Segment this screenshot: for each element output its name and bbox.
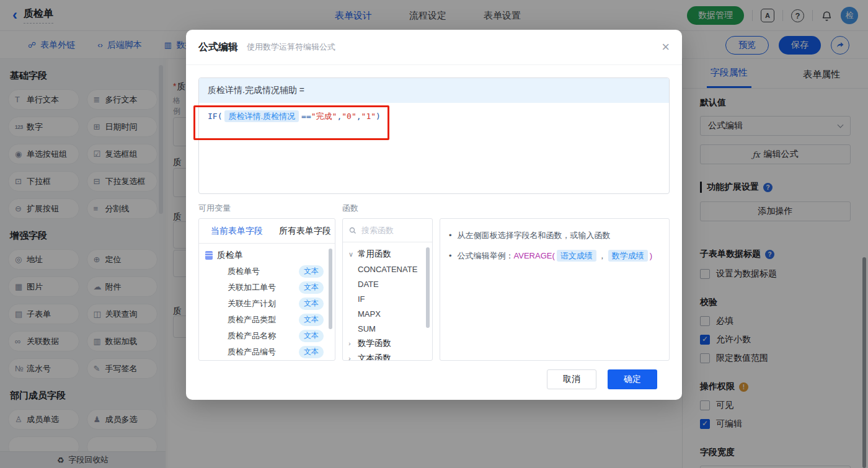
variables-label: 可用变量	[198, 203, 342, 214]
functions-panel: 搜索函数 ∨ 常用函数 CONCATENATE DATE IF MAPX SUM	[342, 218, 433, 361]
modal-subtitle: 使用数学运算符编辑公式	[247, 42, 335, 53]
chevron-down-icon: ∨	[348, 250, 354, 258]
formula-string: "完成"	[311, 112, 337, 121]
close-icon[interactable]: ×	[662, 40, 670, 54]
variable-row[interactable]: 质检产品编号文本	[199, 344, 335, 360]
type-badge: 文本	[299, 265, 324, 278]
variable-row[interactable]: 质检产品名称文本	[199, 328, 335, 344]
formula-target-expression: 质检详情.完成情况辅助 =	[199, 78, 669, 103]
example-field-chip: 数学成绩	[608, 250, 648, 262]
tab-all-form-fields[interactable]: 所有表单字段	[279, 226, 331, 237]
formula-operator: ==	[301, 112, 311, 121]
formula-editor: 质检详情.完成情况辅助 = IF(质检详情.质检情况=="完成","0","1"…	[198, 77, 670, 194]
cancel-button[interactable]: 取消	[547, 369, 596, 389]
search-placeholder: 搜索函数	[361, 225, 394, 236]
app-window: ‹ 质检单 表单设计 流程设定 表单设置 数据管理 A ? 检 ☍ 表单外链	[0, 0, 868, 468]
function-group-common[interactable]: ∨ 常用函数	[343, 247, 432, 262]
type-badge: 文本	[299, 314, 324, 326]
function-search-input[interactable]: 搜索函数	[343, 219, 432, 242]
form-node[interactable]: 质检单	[199, 247, 335, 263]
formula-input-area[interactable]: IF(质检详情.质检情况=="完成","0","1")	[199, 103, 669, 130]
function-item[interactable]: SUM	[343, 321, 432, 336]
formula-field-chip[interactable]: 质检详情.质检情况	[224, 110, 299, 122]
variables-panel: 当前表单字段 所有表单字段 质检单 质检单号文本 关联加工单号文本 关联生产计划…	[198, 218, 335, 361]
form-icon	[205, 251, 213, 260]
formula-string: "0"	[342, 112, 356, 121]
formula-editor-modal: 公式编辑 使用数学运算符编辑公式 × 质检详情.完成情况辅助 = IF(质检详情…	[186, 30, 682, 400]
function-item[interactable]: MAPX	[343, 306, 432, 321]
functions-label: 函数	[342, 203, 440, 214]
function-group-text[interactable]: › 文本函数	[343, 351, 432, 361]
help-panel: • 从左侧面板选择字段名和函数，或输入函数 • 公式编辑举例：AVERAGE(语…	[440, 218, 670, 361]
variable-row[interactable]: 质检产品类型文本	[199, 312, 335, 328]
chevron-right-icon: ›	[348, 340, 354, 347]
help-tip: • 从左侧面板选择字段名和函数，或输入函数	[449, 229, 660, 242]
search-icon	[349, 227, 356, 234]
example-field-chip: 语文成绩	[557, 250, 596, 262]
tab-current-form-fields[interactable]: 当前表单字段	[211, 226, 263, 237]
formula-keyword: IF(	[208, 112, 222, 121]
formula-string: "1"	[361, 112, 376, 121]
type-badge: 文本	[299, 330, 324, 342]
variables-scrollbar[interactable]	[329, 249, 332, 329]
variable-row[interactable]: 关联生产计划文本	[199, 296, 335, 312]
functions-scrollbar[interactable]	[426, 247, 430, 328]
function-group-math[interactable]: › 数学函数	[343, 336, 432, 351]
variable-row[interactable]: 关联加工单号文本	[199, 280, 335, 296]
type-badge: 文本	[299, 346, 324, 358]
help-example: • 公式编辑举例：AVERAGE(语文成绩，数学成绩)	[449, 250, 660, 263]
modal-title: 公式编辑	[198, 41, 238, 54]
formula-keyword: )	[376, 112, 381, 121]
function-item[interactable]: CONCATENATE	[343, 262, 432, 276]
confirm-button[interactable]: 确定	[608, 369, 657, 389]
type-badge: 文本	[299, 298, 324, 310]
function-item[interactable]: IF	[343, 291, 432, 306]
type-badge: 文本	[299, 281, 324, 294]
function-item[interactable]: DATE	[343, 276, 432, 291]
chevron-right-icon: ›	[348, 355, 354, 361]
variable-row[interactable]: 质检单号文本	[199, 263, 335, 280]
